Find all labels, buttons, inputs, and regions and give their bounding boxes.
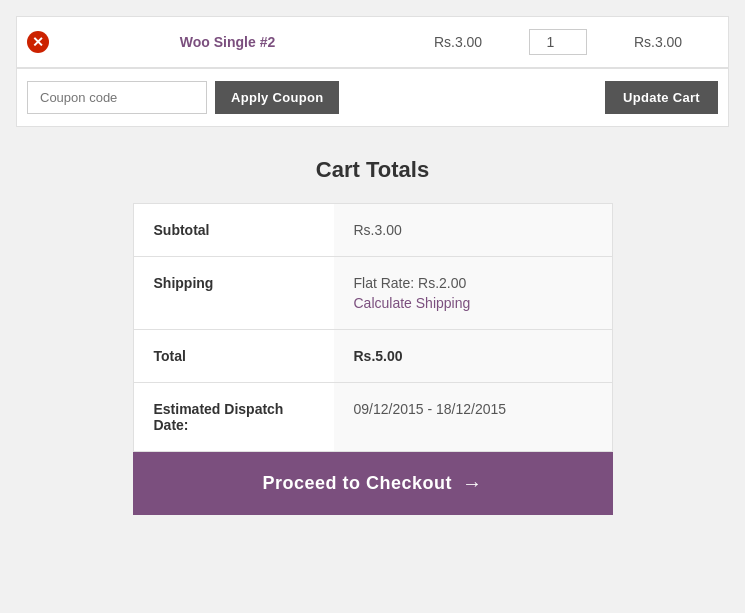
shipping-value: Flat Rate: Rs.2.00 Calculate Shipping xyxy=(334,257,612,329)
proceed-to-checkout-button[interactable]: Proceed to Checkout → xyxy=(133,452,613,515)
remove-item-button[interactable]: ✕ xyxy=(27,31,49,53)
coupon-row: Apply Coupon Update Cart xyxy=(17,68,728,126)
apply-coupon-button[interactable]: Apply Coupon xyxy=(215,81,339,114)
total-value: Rs.5.00 xyxy=(334,330,612,382)
checkout-arrow-icon: → xyxy=(462,472,483,495)
checkout-label: Proceed to Checkout xyxy=(262,473,452,494)
checkout-button-wrapper: Proceed to Checkout → xyxy=(133,452,613,515)
dispatch-label: Estimated Dispatch Date: xyxy=(134,383,334,451)
quantity-cell xyxy=(518,29,598,55)
shipping-label: Shipping xyxy=(134,257,334,329)
dispatch-value: 09/12/2015 - 18/12/2015 xyxy=(334,383,612,451)
subtotal-value: Rs.3.00 xyxy=(334,204,612,256)
subtotal-row: Subtotal Rs.3.00 xyxy=(134,204,612,257)
cart-row: ✕ Woo Single #2 Rs.3.00 Rs.3.00 xyxy=(17,17,728,68)
cart-totals-section: Cart Totals Subtotal Rs.3.00 Shipping Fl… xyxy=(16,157,729,515)
subtotal-cell: Rs.3.00 xyxy=(598,34,718,50)
total-row: Total Rs.5.00 xyxy=(134,330,612,383)
page-container: ✕ Woo Single #2 Rs.3.00 Rs.3.00 Apply Co… xyxy=(0,0,745,531)
totals-table: Subtotal Rs.3.00 Shipping Flat Rate: Rs.… xyxy=(133,203,613,452)
shipping-row: Shipping Flat Rate: Rs.2.00 Calculate Sh… xyxy=(134,257,612,330)
dispatch-row: Estimated Dispatch Date: 09/12/2015 - 18… xyxy=(134,383,612,451)
coupon-input[interactable] xyxy=(27,81,207,114)
update-cart-button[interactable]: Update Cart xyxy=(605,81,718,114)
calculate-shipping-link[interactable]: Calculate Shipping xyxy=(354,295,592,311)
product-price: Rs.3.00 xyxy=(398,34,518,50)
shipping-flat-rate: Flat Rate: Rs.2.00 xyxy=(354,275,592,291)
total-label: Total xyxy=(134,330,334,382)
quantity-input[interactable] xyxy=(529,29,587,55)
cart-table: ✕ Woo Single #2 Rs.3.00 Rs.3.00 Apply Co… xyxy=(16,16,729,127)
subtotal-label: Subtotal xyxy=(134,204,334,256)
cart-totals-title: Cart Totals xyxy=(316,157,429,183)
remove-button-cell: ✕ xyxy=(27,31,57,53)
product-name: Woo Single #2 xyxy=(57,34,398,50)
